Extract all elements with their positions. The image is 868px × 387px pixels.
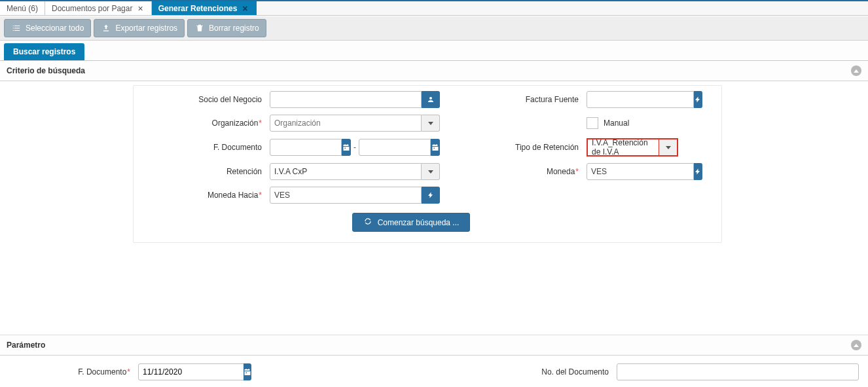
fdocumento-range: - [270, 139, 440, 156]
manual-checkbox[interactable] [587, 117, 598, 129]
organizacion-label: Organización [144, 119, 262, 128]
fdocumento-from-input[interactable] [270, 139, 342, 156]
start-search-row: Comenzar búsqueda ... [144, 213, 678, 232]
export-label: Exportar registros [115, 24, 177, 33]
param-nodoc-field [617, 363, 859, 380]
factura-fuente-label: Factura Fuente [448, 95, 579, 104]
start-search-label: Comenzar búsqueda ... [378, 218, 460, 227]
param-title: Parámetro [7, 341, 45, 350]
param-form: F. Documento No. del Documento [0, 356, 868, 387]
tipo-retencion-value: I.V.A_Retención de I.V.A [588, 139, 659, 155]
criteria-form: Socio del Negocio Factura Fuente Organiz… [133, 85, 722, 243]
criteria-form-wrap: Socio del Negocio Factura Fuente Organiz… [0, 81, 868, 243]
moneda-label: Moneda [448, 167, 579, 176]
tab-documentos-por-pagar[interactable]: Documentos por Pagar × [45, 1, 152, 15]
tab-menu-label: Menú (6) [7, 4, 38, 13]
fdocumento-to-input[interactable] [359, 139, 431, 156]
bolt-icon[interactable] [694, 163, 702, 180]
param-nodoc-input[interactable] [617, 363, 859, 380]
tab-docs-label: Documentos por Pagar [52, 4, 132, 13]
socio-negocio-field [270, 91, 440, 108]
moneda-hacia-label: Moneda Hacia [144, 191, 262, 200]
fdocumento-label: F. Documento [144, 143, 262, 152]
moneda-input[interactable] [587, 163, 694, 180]
tab-generar-retenciones[interactable]: Generar Retenciones × [152, 1, 257, 15]
chevron-down-icon[interactable] [422, 163, 440, 180]
retencion-label: Retención [144, 167, 262, 176]
trash-icon [194, 23, 205, 33]
subtab-bar: Buscar registros [0, 41, 868, 61]
factura-fuente-field [587, 91, 678, 108]
tipo-retencion-label: Tipo de Retención [448, 143, 579, 152]
organizacion-input[interactable] [270, 115, 422, 132]
upload-icon [101, 23, 111, 33]
moneda-hacia-field [270, 187, 440, 204]
param-fdocumento-input[interactable] [138, 363, 245, 380]
delete-button[interactable]: Borrar registro [187, 19, 266, 37]
subtab-label: Buscar registros [13, 47, 75, 56]
organizacion-field [270, 115, 440, 132]
socio-negocio-label: Socio del Negocio [144, 95, 262, 104]
list-icon [11, 23, 22, 33]
chevron-down-icon[interactable] [659, 139, 677, 155]
retencion-field: I.V.A CxP [270, 163, 440, 180]
retencion-value[interactable]: I.V.A CxP [270, 163, 422, 180]
close-icon[interactable]: × [241, 4, 249, 13]
search-icon[interactable] [694, 91, 702, 108]
collapse-up-icon[interactable] [851, 65, 861, 76]
calendar-icon[interactable] [244, 363, 251, 380]
criteria-panel-header: Criterio de búsqueda [0, 61, 868, 81]
refresh-icon [363, 217, 372, 228]
tab-menu[interactable]: Menú (6) [0, 1, 45, 15]
export-button[interactable]: Exportar registros [94, 19, 185, 37]
param-fdocumento-field [138, 363, 223, 380]
bolt-icon[interactable] [422, 187, 440, 204]
calendar-icon[interactable] [342, 139, 351, 156]
socio-negocio-input[interactable] [270, 91, 422, 108]
user-lookup-icon[interactable] [422, 91, 440, 108]
content-spacer [0, 243, 868, 335]
param-nodoc-label: No. del Documento [504, 367, 609, 377]
collapse-up-icon[interactable] [851, 340, 861, 350]
tipo-retencion-field[interactable]: I.V.A_Retención de I.V.A [587, 138, 678, 157]
start-search-button[interactable]: Comenzar búsqueda ... [352, 213, 471, 232]
tabs-bar: Menú (6) Documentos por Pagar × Generar … [0, 0, 868, 16]
close-icon[interactable]: × [136, 4, 144, 13]
manual-field: Manual [587, 117, 678, 129]
param-fdocumento-label: F. Documento [9, 367, 130, 377]
delete-label: Borrar registro [209, 24, 259, 33]
subtab-buscar-registros[interactable]: Buscar registros [4, 43, 84, 60]
manual-label: Manual [604, 119, 629, 128]
moneda-field [587, 163, 678, 180]
select-all-button[interactable]: Seleccionar todo [4, 19, 91, 37]
select-all-label: Seleccionar todo [26, 24, 84, 33]
factura-fuente-input[interactable] [587, 91, 694, 108]
tab-generate-label: Generar Retenciones [158, 4, 238, 13]
param-panel-header: Parámetro [0, 335, 868, 356]
date-range-separator: - [351, 143, 359, 152]
calendar-icon[interactable] [431, 139, 440, 156]
moneda-hacia-input[interactable] [270, 187, 422, 204]
criteria-title: Criterio de búsqueda [7, 66, 85, 75]
chevron-down-icon[interactable] [422, 115, 440, 132]
toolbar: Seleccionar todo Exportar registros Borr… [0, 16, 868, 41]
